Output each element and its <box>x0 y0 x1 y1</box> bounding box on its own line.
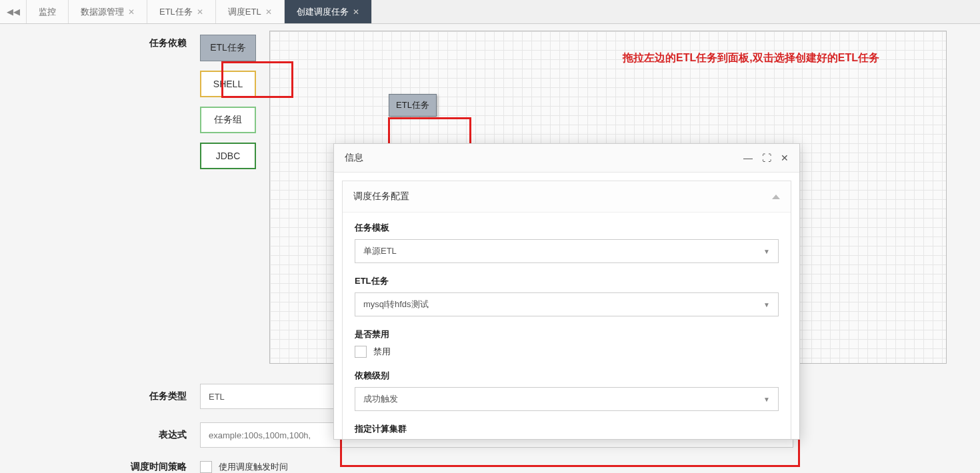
palette-shell[interactable]: SHELL <box>200 71 256 97</box>
label-expression: 表达式 <box>0 429 200 441</box>
tab-label: 数据源管理 <box>81 6 124 18</box>
schedule-config-panel: 调度任务配置 任务模板 单源ETL ▼ ETL任务 mysql转hfds测试 ▼ <box>342 181 791 439</box>
palette-item-label: 任务组 <box>214 114 242 126</box>
tab-label: 监控 <box>39 6 56 18</box>
canvas-node-label: ETL任务 <box>396 99 429 111</box>
canvas-etl-node[interactable]: ETL任务 <box>389 94 437 117</box>
palette-item-label: ETL任务 <box>210 42 246 54</box>
select-task-template[interactable]: 单源ETL ▼ <box>355 239 779 263</box>
close-icon[interactable]: ✕ <box>128 7 135 17</box>
disable-checkbox-label: 禁用 <box>373 346 391 358</box>
select-depend-level[interactable]: 成功触发 ▼ <box>355 387 779 411</box>
label-strategy: 调度时间策略 <box>0 461 200 473</box>
disable-checkbox[interactable] <box>355 346 367 358</box>
select-value: 单源ETL <box>363 245 397 257</box>
label-cluster: 指定计算集群 <box>355 423 779 435</box>
strategy-checkbox[interactable] <box>200 461 212 473</box>
tab-monitor[interactable]: 监控 <box>27 0 69 23</box>
double-chevron-left-icon: ◀◀ <box>7 7 20 17</box>
palette-item-label: JDBC <box>216 151 241 161</box>
select-value: 成功触发 <box>363 393 398 405</box>
info-modal: 信息 — ⛶ ✕ 调度任务配置 任务模板 单源ETL ▼ E <box>333 143 800 440</box>
close-icon[interactable]: ✕ <box>265 7 272 17</box>
tab-datasource[interactable]: 数据源管理 ✕ <box>69 0 147 23</box>
palette-jdbc[interactable]: JDBC <box>200 143 256 169</box>
close-icon[interactable]: ✕ <box>781 153 789 163</box>
tab-label: ETL任务 <box>159 6 193 18</box>
tab-label: 调度ETL <box>228 6 261 18</box>
panel-header[interactable]: 调度任务配置 <box>343 181 791 213</box>
label-task-template: 任务模板 <box>355 222 779 234</box>
row-strategy: 调度时间策略 使用调度触发时间 <box>0 454 967 473</box>
tab-schedule-etl[interactable]: 调度ETL ✕ <box>216 0 285 23</box>
chevron-up-icon[interactable] <box>772 195 780 199</box>
modal-body[interactable]: 调度任务配置 任务模板 单源ETL ▼ ETL任务 mysql转hfds测试 ▼ <box>334 173 799 439</box>
modal-header[interactable]: 信息 — ⛶ ✕ <box>334 144 799 173</box>
select-value: mysql转hfds测试 <box>363 298 429 310</box>
tabbar: ◀◀ 监控 数据源管理 ✕ ETL任务 ✕ 调度ETL ✕ 创建调度任务 ✕ <box>0 0 980 24</box>
palette-group[interactable]: 任务组 <box>200 107 256 133</box>
close-icon[interactable]: ✕ <box>197 7 203 17</box>
tab-create-schedule[interactable]: 创建调度任务 ✕ <box>285 0 372 23</box>
collapse-tabs-button[interactable]: ◀◀ <box>0 0 27 23</box>
caret-down-icon: ▼ <box>763 248 770 255</box>
label-task-type: 任务类型 <box>0 390 200 402</box>
label-task-depend: 任务依赖 <box>0 31 200 49</box>
maximize-icon[interactable]: ⛶ <box>762 153 771 163</box>
modal-title: 信息 <box>345 152 363 164</box>
label-etl-task: ETL任务 <box>355 275 779 287</box>
close-icon[interactable]: ✕ <box>353 7 359 17</box>
panel-title: 调度任务配置 <box>353 191 409 203</box>
instruction-banner: 拖拉左边的ETL任务到面板,双击选择创建好的ETL任务 <box>623 51 879 65</box>
node-palette: ETL任务 SHELL 任务组 JDBC <box>200 31 256 364</box>
minimize-icon[interactable]: — <box>743 153 753 163</box>
strategy-checkbox-label: 使用调度触发时间 <box>219 461 288 473</box>
tab-etl-task[interactable]: ETL任务 ✕ <box>147 0 216 23</box>
label-disable: 是否禁用 <box>355 328 779 340</box>
caret-down-icon: ▼ <box>763 301 770 308</box>
label-depend-level: 依赖级别 <box>355 370 779 382</box>
palette-etl-task[interactable]: ETL任务 <box>200 35 256 61</box>
select-value: ETL <box>209 392 225 402</box>
select-etl-task[interactable]: mysql转hfds测试 ▼ <box>355 292 779 316</box>
tab-label: 创建调度任务 <box>297 6 349 18</box>
palette-item-label: SHELL <box>213 79 243 89</box>
caret-down-icon: ▼ <box>763 396 770 403</box>
